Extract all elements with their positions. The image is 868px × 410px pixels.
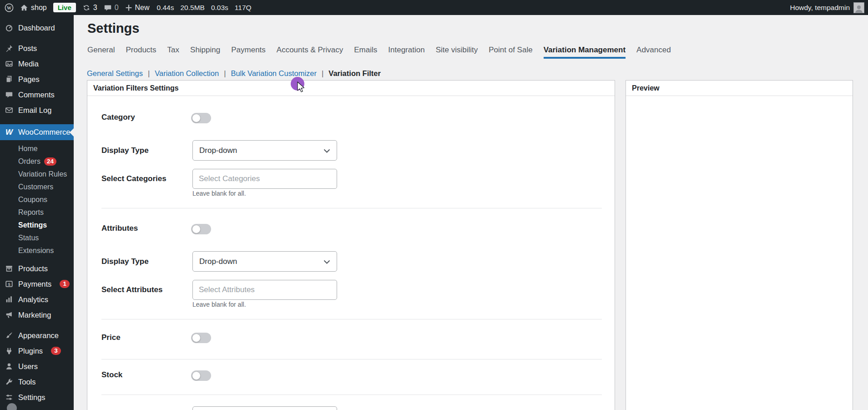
pushpin-icon [5, 44, 14, 53]
section-divider [101, 359, 602, 359]
price-toggle[interactable] [191, 333, 211, 343]
wordpress-logo-icon: W [5, 3, 14, 12]
submenu-item-home[interactable]: Home [0, 142, 74, 155]
sidebar-item-label: Users [18, 362, 38, 371]
wp-logo[interactable]: W [5, 3, 14, 12]
sidebar-item-appearance[interactable]: Appearance [0, 328, 74, 343]
tab-accounts-privacy[interactable]: Accounts & Privacy [277, 46, 343, 59]
sidebar-item-marketing[interactable]: Marketing [0, 307, 74, 323]
tab-payments[interactable]: Payments [231, 46, 266, 59]
bar-chart-icon [5, 295, 14, 304]
submenu-item-reports[interactable]: Reports [0, 206, 74, 219]
plus-icon [125, 4, 132, 11]
subnav-general-settings[interactable]: General Settings [87, 69, 143, 78]
comments-bubble-icon [5, 90, 14, 99]
plugins-count-badge: 3 [51, 347, 61, 355]
payments-dollar-icon: $ [5, 279, 14, 289]
subnav-variation-collection[interactable]: Variation Collection [155, 69, 219, 78]
tab-point-of-sale[interactable]: Point of Sale [489, 46, 532, 59]
tab-general[interactable]: General [87, 46, 115, 59]
live-badge[interactable]: Live [53, 3, 76, 12]
tab-tax[interactable]: Tax [167, 46, 179, 59]
submenu-item-variation-rules[interactable]: Variation Rules [0, 168, 74, 181]
partial-menu-icon[interactable] [7, 403, 17, 410]
sidebar-item-woocommerce[interactable]: W WooCommerce [0, 124, 74, 140]
new-label: New [135, 4, 150, 12]
sidebar-item-products[interactable]: Products [0, 261, 74, 276]
media-icon [5, 59, 14, 68]
paintbrush-icon [5, 331, 14, 340]
toggle-knob [192, 114, 201, 122]
preview-panel-title: Preview [632, 84, 659, 92]
variation-management-subnav: General Settings | Variation Collection … [87, 69, 381, 78]
partial-bottom-field[interactable] [192, 406, 337, 410]
woocommerce-logo-icon: W [5, 128, 14, 137]
howdy-text: Howdy, tempadmin [790, 4, 850, 12]
sidebar-item-label: Dashboard [18, 24, 55, 32]
submenu-item-coupons[interactable]: Coupons [0, 193, 74, 206]
preview-panel-header: Preview [626, 81, 853, 96]
tab-integration[interactable]: Integration [388, 46, 424, 59]
select-attributes-input[interactable] [192, 280, 337, 300]
chevron-down-icon [323, 257, 330, 266]
new-content-menu[interactable]: New [125, 4, 150, 12]
submenu-item-status[interactable]: Status [0, 232, 74, 244]
avatar [853, 2, 864, 13]
sidebar-item-analytics[interactable]: Analytics [0, 292, 74, 307]
tab-site-visibility[interactable]: Site visibility [436, 46, 478, 59]
select-categories-input[interactable] [192, 169, 337, 189]
submenu-item-extensions[interactable]: Extensions [0, 244, 74, 257]
envelope-icon [5, 106, 14, 115]
preview-panel: Preview [626, 80, 853, 410]
toggle-knob [192, 225, 201, 233]
category-toggle[interactable] [191, 113, 211, 123]
submenu-item-orders[interactable]: Orders24 [0, 155, 74, 168]
subnav-separator: | [224, 69, 226, 78]
subnav-bulk-variation-customizer[interactable]: Bulk Variation Customizer [231, 69, 317, 78]
settings-panel-header: Variation Filters Settings [87, 81, 615, 96]
sidebar-item-pages[interactable]: Pages [0, 71, 74, 87]
sidebar-item-payments[interactable]: $ Payments 1 [0, 276, 74, 292]
sidebar-item-settings[interactable]: Settings [0, 390, 74, 405]
stock-toggle[interactable] [191, 370, 211, 381]
subnav-variation-filter-current[interactable]: Variation Filter [328, 69, 381, 78]
subnav-separator: | [148, 69, 150, 78]
tab-shipping[interactable]: Shipping [190, 46, 220, 59]
user-icon [5, 362, 14, 371]
account-menu[interactable]: Howdy, tempadmin [790, 2, 864, 13]
sidebar-item-label: Analytics [18, 295, 48, 304]
sidebar-item-label: Comments [18, 91, 55, 99]
sidebar-item-media[interactable]: Media [0, 56, 74, 71]
tab-variation-management[interactable]: Variation Management [544, 46, 626, 59]
attributes-display-type-select[interactable]: Drop-down [192, 251, 337, 272]
tab-emails[interactable]: Emails [354, 46, 377, 59]
tab-products[interactable]: Products [126, 46, 156, 59]
update-count: 3 [93, 4, 97, 12]
sidebar-item-dashboard[interactable]: Dashboard [0, 20, 74, 35]
updates-menu[interactable]: 3 [82, 4, 97, 12]
attributes-toggle[interactable] [191, 224, 211, 234]
sidebar-item-users[interactable]: Users [0, 359, 74, 374]
comments-menu[interactable]: 0 [104, 4, 119, 12]
performance-stats[interactable]: 0.44s 20.5MB 0.03s 117Q [157, 4, 252, 12]
submenu-item-settings[interactable]: Settings [0, 219, 74, 232]
site-menu[interactable]: shop [20, 4, 47, 12]
subnav-separator: | [322, 69, 323, 78]
sidebar-item-posts[interactable]: Posts [0, 40, 74, 56]
payments-count-badge: 1 [60, 280, 70, 288]
sidebar-item-label: Pages [18, 75, 40, 84]
settings-panel-title: Variation Filters Settings [93, 84, 179, 92]
sidebar-item-email-log[interactable]: Email Log [0, 102, 74, 118]
attributes-display-type-label: Display Type [101, 257, 149, 266]
sidebar-item-comments[interactable]: Comments [0, 87, 74, 102]
sidebar-item-tools[interactable]: Tools [0, 374, 74, 390]
select-attributes-label: Select Attributes [101, 285, 162, 294]
sidebar-item-plugins[interactable]: Plugins 3 [0, 343, 74, 359]
products-box-icon [5, 264, 14, 273]
orders-count-badge: 24 [44, 157, 56, 166]
submenu-item-customers[interactable]: Customers [0, 181, 74, 193]
tab-advanced[interactable]: Advanced [636, 46, 671, 59]
page-title: Settings [87, 21, 139, 36]
category-display-type-select[interactable]: Drop-down [192, 140, 337, 161]
sidebar-item-label: Products [18, 264, 48, 273]
